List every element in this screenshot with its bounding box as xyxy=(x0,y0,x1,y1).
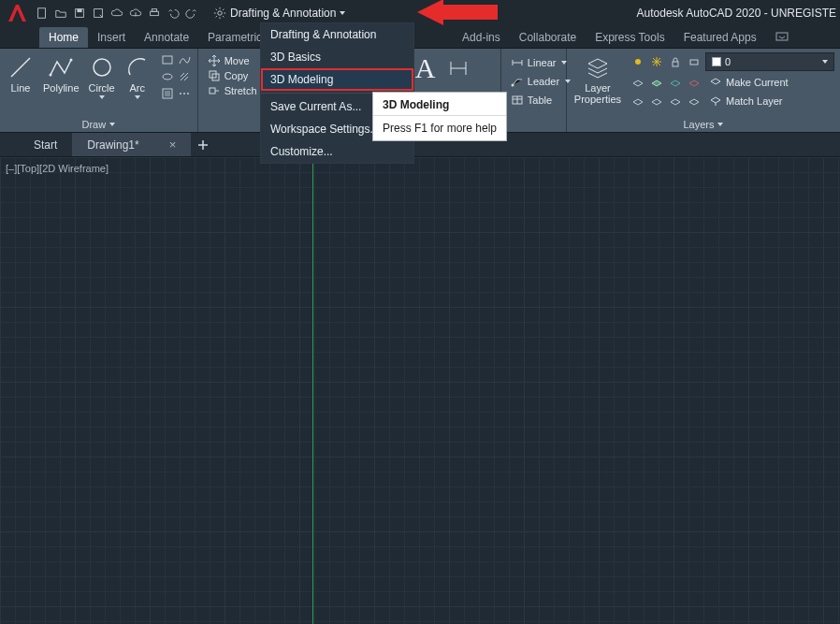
layer-off-icon[interactable] xyxy=(630,54,645,69)
match-layer-button[interactable]: Match Layer xyxy=(709,94,783,109)
tab-annotate[interactable]: Annotate xyxy=(135,27,198,48)
svg-point-23 xyxy=(511,84,514,87)
cloud-open-icon[interactable] xyxy=(109,5,125,22)
svg-rect-5 xyxy=(152,9,156,12)
ws-item-3dmodeling[interactable]: 3D Modeling xyxy=(261,68,413,91)
dimension-icon[interactable] xyxy=(448,58,469,79)
layer-properties-icon xyxy=(585,54,611,80)
svg-point-11 xyxy=(70,59,73,62)
layer-properties-button[interactable]: LayerProperties xyxy=(572,52,623,107)
svg-point-6 xyxy=(218,11,222,15)
table-icon xyxy=(511,94,524,107)
tool-line[interactable]: Line xyxy=(6,52,36,95)
app-title: Autodesk AutoCAD 2020 - UNREGISTE xyxy=(637,0,836,26)
y-axis xyxy=(312,157,313,624)
svg-rect-16 xyxy=(165,91,170,96)
rectangle-icon[interactable] xyxy=(160,52,175,67)
tab-insert[interactable]: Insert xyxy=(88,27,135,48)
layer-combo[interactable]: 0 xyxy=(705,52,834,71)
drawing-canvas[interactable]: [–][Top][2D Wireframe] xyxy=(0,157,840,624)
make-current-button[interactable]: Make Current xyxy=(709,75,789,90)
caret-down-icon xyxy=(822,60,828,64)
ws-item-3dbasics[interactable]: 3D Basics xyxy=(261,46,413,68)
tab-featured[interactable]: Featured Apps xyxy=(674,27,766,48)
new-icon[interactable] xyxy=(34,5,51,22)
redo-icon[interactable] xyxy=(183,5,200,22)
workspace-label: Drafting & Annotation xyxy=(230,7,336,20)
stretch-icon xyxy=(208,84,221,97)
tool-leader[interactable]: Leader xyxy=(511,75,557,88)
tool-move[interactable]: Move xyxy=(208,54,241,67)
more-icon[interactable] xyxy=(177,86,192,101)
svg-rect-2 xyxy=(77,9,81,13)
tool-stretch[interactable]: Stretch xyxy=(208,84,241,97)
doctab-start[interactable]: Start xyxy=(19,133,72,156)
layer-i1-icon[interactable] xyxy=(630,94,645,109)
line-icon xyxy=(7,54,34,80)
grid xyxy=(0,157,840,624)
panel-draw: Line Polyline Circle Arc xyxy=(0,49,198,132)
ellipse-icon[interactable] xyxy=(160,69,175,84)
match-layer-icon xyxy=(709,94,722,108)
layer-uniso-icon[interactable] xyxy=(649,75,664,90)
tool-circle[interactable]: Circle xyxy=(87,52,117,101)
tool-polyline[interactable]: Polyline xyxy=(41,52,81,95)
panel-draw-title[interactable]: Draw xyxy=(6,117,192,130)
caret-down-icon xyxy=(135,95,140,99)
undo-icon[interactable] xyxy=(165,5,181,22)
tooltip: 3D Modeling Press F1 for more help xyxy=(372,92,507,141)
tool-arc[interactable]: Arc xyxy=(123,52,152,101)
ws-customize[interactable]: Customize... xyxy=(261,140,413,163)
tooltip-title: 3D Modeling xyxy=(373,93,506,113)
tool-table[interactable]: Table xyxy=(511,94,557,107)
ws-item-drafting[interactable]: Drafting & Annotation xyxy=(261,23,413,46)
svg-rect-27 xyxy=(690,60,698,65)
workspace-switcher[interactable]: Drafting & Annotation xyxy=(208,5,351,22)
tab-express[interactable]: Express Tools xyxy=(586,27,673,48)
region-icon[interactable] xyxy=(160,86,175,101)
svg-rect-8 xyxy=(776,33,788,40)
copy-icon xyxy=(208,69,221,82)
hatch-icon[interactable] xyxy=(177,69,192,84)
svg-line-9 xyxy=(11,58,30,77)
open-icon[interactable] xyxy=(52,5,69,22)
doctab-drawing1[interactable]: Drawing1* × xyxy=(72,133,191,156)
svg-rect-13 xyxy=(163,56,172,64)
saveas-icon[interactable] xyxy=(90,5,107,22)
tool-linear[interactable]: Linear xyxy=(511,56,557,69)
panel-layers-title[interactable]: Layers xyxy=(572,117,834,130)
layer-i4-icon[interactable] xyxy=(687,94,702,109)
plot-icon[interactable] xyxy=(146,5,163,22)
ribbon-tabstrip: Home Insert Annotate Parametric xxxxxxxx… xyxy=(0,26,840,49)
cloud-save-icon[interactable] xyxy=(127,5,144,22)
close-icon[interactable]: × xyxy=(169,138,177,152)
layer-stack-icon xyxy=(709,76,722,89)
gear-icon xyxy=(213,7,226,20)
layer-iso-icon[interactable] xyxy=(630,75,645,90)
move-icon xyxy=(208,54,221,67)
layer-match-icon[interactable] xyxy=(687,75,702,90)
circle-icon xyxy=(89,54,115,80)
tab-addins[interactable]: Add-ins xyxy=(453,27,510,48)
tab-collaborate[interactable]: Collaborate xyxy=(510,27,586,48)
panel-modify: Move Copy Stretch xyxy=(198,49,251,132)
arc-icon xyxy=(124,54,151,80)
svg-point-18 xyxy=(183,93,185,94)
viewport-label[interactable]: [–][Top][2D Wireframe] xyxy=(6,163,109,174)
svg-rect-4 xyxy=(151,11,159,15)
save-icon[interactable] xyxy=(71,5,88,22)
layer-i3-icon[interactable] xyxy=(668,94,683,109)
tab-home[interactable]: Home xyxy=(39,27,88,48)
app-logo[interactable] xyxy=(4,0,30,26)
tab-overflow[interactable] xyxy=(766,27,798,48)
layer-freeze-icon[interactable] xyxy=(649,54,664,69)
tool-copy[interactable]: Copy xyxy=(208,69,241,82)
add-tab-button[interactable] xyxy=(191,133,215,156)
layer-prev-icon[interactable] xyxy=(668,75,683,90)
layer-i2-icon[interactable] xyxy=(649,94,664,109)
svg-point-17 xyxy=(180,93,181,94)
panel-dim: Linear Leader Table xyxy=(501,49,567,132)
layer-plot-icon[interactable] xyxy=(687,54,702,69)
layer-lock-icon[interactable] xyxy=(668,54,683,69)
spline-icon[interactable] xyxy=(177,52,192,67)
